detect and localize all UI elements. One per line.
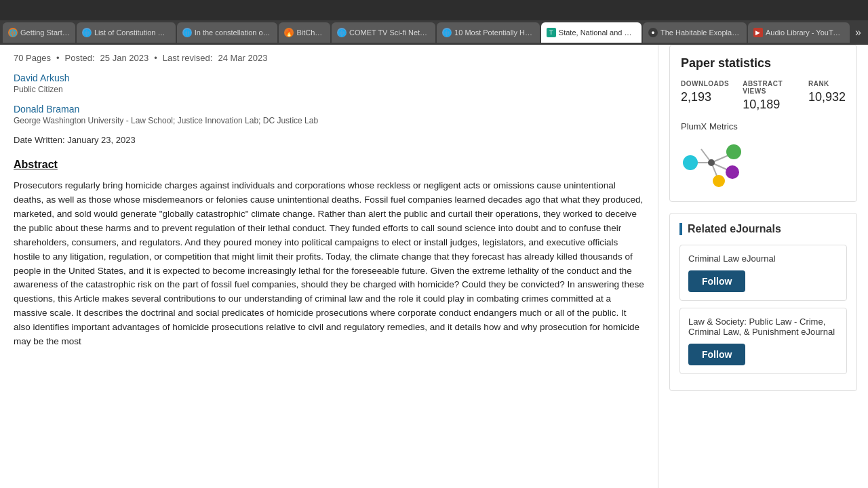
plumx-section: PlumX Metrics [681, 121, 846, 190]
plumx-label: PlumX Metrics [681, 121, 846, 131]
ejournal-item-1: Criminal Law eJournal Follow [679, 245, 847, 301]
tab-10most[interactable]: 🌐 10 Most Potentially Ha... [437, 22, 540, 43]
stats-grid: DOWNLOADS 2,193 ABSTRACT VIEWS 10,189 RA… [681, 80, 846, 112]
author-1-block: David Arkush Public Citizen [14, 73, 644, 94]
tab-label-comet: COMET TV Sci-fi Netw... [349, 28, 430, 37]
abstract-heading: Abstract [14, 159, 644, 171]
author-1-name[interactable]: David Arkush [14, 73, 644, 83]
ejournal-name-1: Criminal Law eJournal [688, 253, 838, 264]
paper-stats-title: Paper statistics [681, 56, 846, 70]
author-2-name[interactable]: Donald Braman [14, 104, 644, 115]
rank-value: 10,932 [808, 90, 846, 104]
meta-separator-1: • [56, 53, 60, 63]
more-tabs-button[interactable]: » [851, 26, 865, 39]
downloads-label: DOWNLOADS [681, 80, 729, 87]
tab-state[interactable]: T State, National and W... [541, 22, 642, 43]
related-ejournals-title: Related eJournals [679, 223, 847, 235]
ejournal-item-2: Law & Society: Public Law - Crime, Crimi… [679, 308, 847, 374]
page-content: 70 Pages • Posted: 25 Jan 2023 • Last re… [0, 45, 868, 488]
tab-audio[interactable]: ▶ Audio Library - YouTube [748, 22, 850, 43]
tab-habitable[interactable]: ● The Habitable Exoplan... [643, 22, 747, 43]
article-meta-bar: 70 Pages • Posted: 25 Jan 2023 • Last re… [14, 45, 644, 73]
tab-label-habitable: The Habitable Exoplan... [660, 28, 741, 37]
tab-bitchute[interactable]: 🔥 BitChute [279, 22, 330, 43]
tab-favicon-habitable: ● [648, 28, 658, 37]
abstract-views-label: ABSTRACT VIEWS [743, 80, 795, 95]
abstract-text: Prosecutors regularly bring homicide cha… [14, 179, 644, 349]
right-sidebar: Paper statistics DOWNLOADS 2,193 ABSTRAC… [658, 45, 868, 488]
plumx-visual[interactable] [681, 137, 749, 188]
follow-button-2[interactable]: Follow [688, 344, 745, 365]
tab-favicon-constellation: 🌐 [182, 28, 192, 37]
tab-label-state: State, National and W... [559, 28, 636, 37]
posted-date: 25 Jan 2023 [100, 53, 149, 63]
date-written: Date Written: January 23, 2023 [14, 135, 644, 145]
tab-label-getting-started: Getting Started [20, 28, 70, 37]
ejournal-name-2: Law & Society: Public Law - Crime, Crimi… [688, 317, 838, 337]
main-article-area: 70 Pages • Posted: 25 Jan 2023 • Last re… [0, 45, 658, 488]
tab-favicon-comet: 🌐 [337, 28, 347, 37]
paper-stats-box: Paper statistics DOWNLOADS 2,193 ABSTRAC… [669, 45, 857, 202]
author-2-affiliation: George Washington University - Law Schoo… [14, 116, 644, 125]
downloads-stat: DOWNLOADS 2,193 [681, 80, 729, 112]
revised-label: Last revised: [163, 53, 213, 63]
tab-favicon-getting-started: 🌐 [8, 28, 18, 37]
abstract-views-stat: ABSTRACT VIEWS 10,189 [743, 80, 795, 112]
abstract-views-value: 10,189 [743, 98, 795, 112]
tab-favicon-bitchute: 🔥 [284, 28, 294, 37]
tab-label-constellation: In the constellation of ... [195, 28, 273, 37]
rank-stat: RANK 10,932 [808, 80, 846, 112]
tab-constellation[interactable]: 🌐 In the constellation of ... [177, 22, 278, 43]
follow-button-1[interactable]: Follow [688, 270, 745, 292]
svg-point-5 [726, 144, 741, 159]
svg-point-6 [683, 155, 698, 170]
date-written-value: January 23, 2023 [67, 135, 135, 145]
meta-separator-2: • [154, 53, 157, 63]
tab-favicon-10most: 🌐 [442, 28, 452, 37]
tab-favicon-state: T [547, 28, 556, 37]
tab-getting-started[interactable]: 🌐 Getting Started [3, 22, 75, 43]
page-count: 70 Pages [14, 53, 51, 63]
downloads-value: 2,193 [681, 90, 729, 104]
tab-bar: 🌐 Getting Started 🌐 List of Constitution… [0, 20, 868, 45]
tab-favicon-constitution: 🌐 [82, 28, 92, 37]
tab-comet[interactable]: 🌐 COMET TV Sci-fi Netw... [332, 22, 435, 43]
tab-label-10most: 10 Most Potentially Ha... [454, 28, 534, 37]
date-written-label: Date Written: [14, 135, 65, 145]
related-ejournals-box: Related eJournals Criminal Law eJournal … [669, 213, 857, 391]
posted-label: Posted: [65, 53, 95, 63]
revised-date: 24 Mar 2023 [218, 53, 267, 63]
tab-favicon-audio: ▶ [753, 28, 763, 37]
rank-label: RANK [808, 80, 846, 87]
tab-constitution[interactable]: 🌐 List of Constitution Cl... [77, 22, 176, 43]
tab-label-constitution: List of Constitution Cl... [94, 28, 170, 37]
author-1-affiliation: Public Citizen [14, 85, 644, 94]
tab-label-bitchute: BitChute [296, 28, 325, 37]
svg-point-9 [708, 159, 715, 166]
browser-chrome [0, 0, 868, 20]
tab-label-audio: Audio Library - YouTube [766, 28, 844, 37]
svg-point-7 [726, 165, 739, 179]
author-2-block: Donald Braman George Washington Universi… [14, 104, 644, 125]
svg-point-8 [713, 175, 725, 187]
